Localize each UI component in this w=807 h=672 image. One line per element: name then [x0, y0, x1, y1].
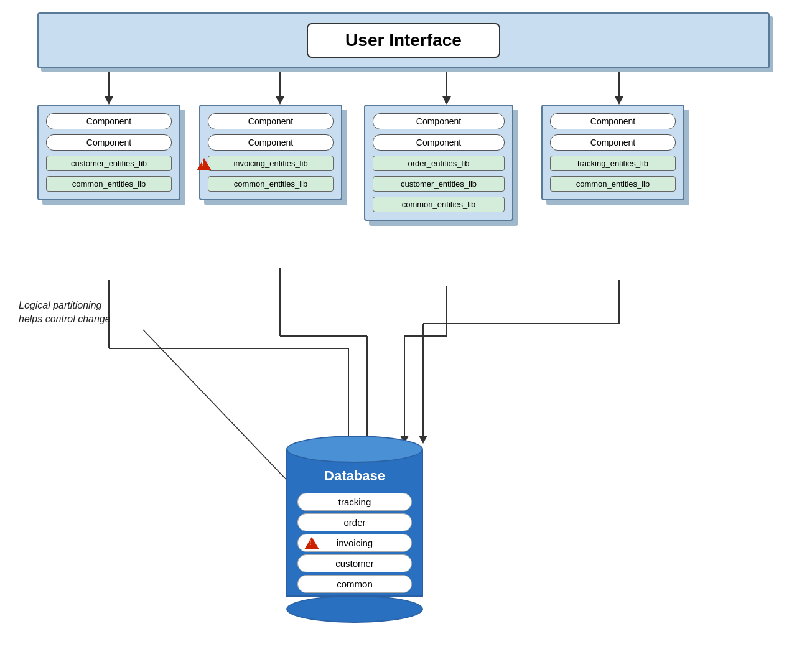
lib-pill: customer_entities_lib: [46, 156, 172, 171]
component-pill: Component: [46, 113, 172, 129]
lib-pill: invoicing_entities_lib: [208, 156, 334, 171]
svg-marker-5: [442, 96, 451, 105]
customer-module: Component Component customer_entities_li…: [37, 105, 180, 200]
tracking-module: Component Component tracking_entities_li…: [541, 105, 684, 200]
component-pill: Component: [208, 113, 334, 129]
lib-pill: order_entities_lib: [373, 156, 505, 171]
schema-invoicing: invoicing: [297, 534, 412, 552]
component-pill: Component: [550, 134, 676, 151]
db-body: Database tracking order invoicing custom…: [286, 449, 423, 597]
db-warning-icon: [304, 537, 319, 549]
db-top: [286, 436, 423, 463]
svg-marker-7: [615, 96, 623, 105]
lib-pill: common_entities_lib: [208, 176, 334, 192]
lib-pill: common_entities_lib: [46, 176, 172, 192]
invoicing-module: Component Component invoicing_entities_l…: [199, 105, 342, 200]
ui-layer: User Interface: [37, 12, 770, 68]
schema-order: order: [297, 513, 412, 531]
component-pill: Component: [550, 113, 676, 129]
lib-pill: customer_entities_lib: [373, 176, 505, 192]
lib-pill: common_entities_lib: [550, 176, 676, 192]
schema-common: common: [297, 575, 412, 593]
component-pill: Component: [373, 134, 505, 151]
svg-marker-3: [276, 96, 284, 105]
component-pill: Component: [46, 134, 172, 151]
order-module: Component Component order_entities_lib c…: [364, 105, 513, 221]
lib-pill: tracking_entities_lib: [550, 156, 676, 171]
ui-label: User Interface: [307, 23, 500, 58]
schema-customer: customer: [297, 554, 412, 572]
component-pill: Component: [208, 134, 334, 151]
schema-tracking: tracking: [297, 493, 412, 511]
db-title: Database: [287, 463, 422, 490]
database: Database tracking order invoicing custom…: [286, 436, 423, 623]
warning-icon: [197, 158, 212, 170]
lib-pill: common_entities_lib: [373, 197, 505, 212]
annotation-text: Logical partitioning helps control chang…: [19, 299, 124, 327]
db-bottom: [286, 595, 423, 623]
svg-marker-1: [105, 96, 113, 105]
component-pill: Component: [373, 113, 505, 129]
